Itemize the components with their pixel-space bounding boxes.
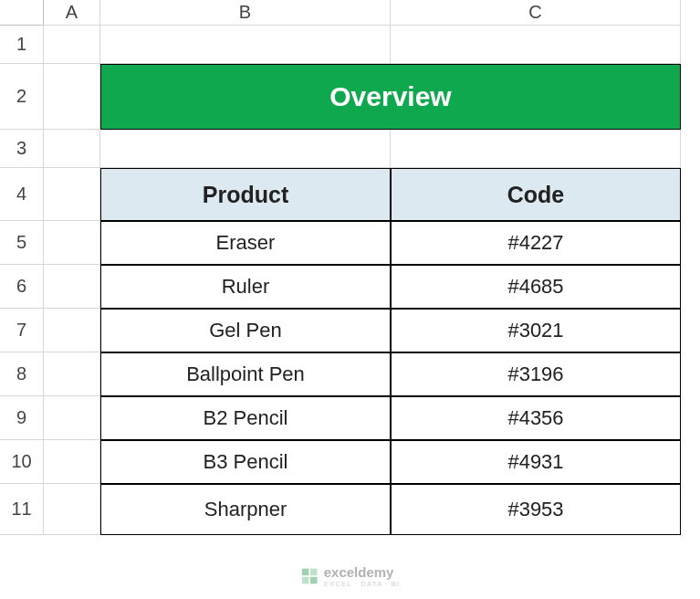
row-header-7[interactable]: 7 [0,309,44,352]
table-row[interactable]: #4227 [391,221,681,265]
col-header-b[interactable]: B [100,0,391,26]
table-row[interactable]: Ballpoint Pen [100,352,391,396]
cell-a4[interactable] [44,168,100,221]
table-row[interactable]: B2 Pencil [100,396,391,440]
table-row[interactable]: #4931 [391,440,681,484]
cell-b3[interactable] [100,130,391,168]
cell-b1[interactable] [100,26,391,64]
col-header-c[interactable]: C [391,0,681,26]
svg-rect-3 [310,577,318,584]
cell-a5[interactable] [44,221,100,265]
svg-rect-0 [301,569,308,576]
row-header-5[interactable]: 5 [0,221,44,265]
cell-c3[interactable] [391,130,681,168]
row-header-4[interactable]: 4 [0,168,44,221]
logo-icon [300,567,319,585]
table-row[interactable]: Gel Pen [100,309,391,352]
row-header-10[interactable]: 10 [0,440,44,484]
cell-a1[interactable] [44,26,100,64]
table-header-product[interactable]: Product [100,168,391,221]
cell-a2[interactable] [44,64,100,130]
table-row[interactable]: #3021 [391,309,681,352]
cell-a3[interactable] [44,130,100,168]
cell-a8[interactable] [44,352,100,396]
table-header-code[interactable]: Code [391,168,681,221]
select-all-corner[interactable] [0,0,44,26]
row-header-8[interactable]: 8 [0,352,44,396]
cell-a10[interactable] [44,440,100,484]
cell-c1[interactable] [391,26,681,64]
row-header-11[interactable]: 11 [0,484,44,535]
watermark-text: exceldemy EXCEL · DATA · BI [324,564,401,588]
svg-rect-1 [310,569,318,576]
table-row[interactable]: Ruler [100,265,391,309]
spreadsheet-grid: A B C 1 2 Overview 3 4 Product Code 5 Er… [0,0,700,535]
overview-banner[interactable]: Overview [100,64,681,130]
table-row[interactable]: B3 Pencil [100,440,391,484]
table-row[interactable]: #3953 [391,484,681,535]
row-header-2[interactable]: 2 [0,64,44,130]
cell-a6[interactable] [44,265,100,309]
watermark: exceldemy EXCEL · DATA · BI [300,564,401,588]
cell-a9[interactable] [44,396,100,440]
row-header-6[interactable]: 6 [0,265,44,309]
col-header-a[interactable]: A [44,0,100,26]
table-row[interactable]: Sharpner [100,484,391,535]
row-header-3[interactable]: 3 [0,130,44,168]
cell-a7[interactable] [44,309,100,352]
row-header-9[interactable]: 9 [0,396,44,440]
row-header-1[interactable]: 1 [0,26,44,64]
cell-a11[interactable] [44,484,100,535]
table-row[interactable]: #3196 [391,352,681,396]
table-row[interactable]: #4685 [391,265,681,309]
svg-rect-2 [301,577,308,584]
table-row[interactable]: Eraser [100,221,391,265]
table-row[interactable]: #4356 [391,396,681,440]
